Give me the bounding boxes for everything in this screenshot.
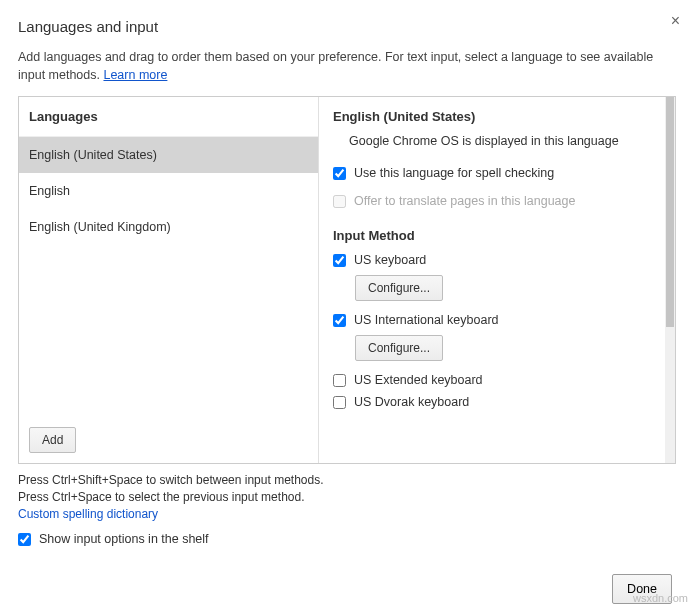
panels-container: Languages English (United States) Englis… <box>18 96 676 464</box>
footer-hints: Press Ctrl+Shift+Space to switch between… <box>18 472 676 522</box>
language-item-en-us[interactable]: English (United States) <box>19 137 318 173</box>
spell-check-checkbox[interactable] <box>333 167 346 180</box>
scrollbar[interactable] <box>665 97 675 463</box>
language-item-en[interactable]: English <box>19 173 318 209</box>
input-method-us-keyboard: US keyboard Configure... <box>333 253 661 301</box>
input-method-checkbox[interactable] <box>333 254 346 267</box>
languages-header: Languages <box>19 97 318 137</box>
input-method-us-ext-keyboard: US Extended keyboard <box>333 373 661 387</box>
input-method-checkbox[interactable] <box>333 374 346 387</box>
learn-more-link[interactable]: Learn more <box>103 68 167 82</box>
hint-line-1: Press Ctrl+Shift+Space to switch between… <box>18 472 676 489</box>
language-details-panel: English (United States) Google Chrome OS… <box>319 97 675 463</box>
watermark: wsxdn.com <box>633 592 688 604</box>
shelf-checkbox[interactable] <box>18 533 31 546</box>
translate-row: Offer to translate pages in this languag… <box>333 194 661 208</box>
input-method-checkbox[interactable] <box>333 314 346 327</box>
input-method-us-intl-keyboard: US International keyboard Configure... <box>333 313 661 361</box>
spell-check-row[interactable]: Use this language for spell checking <box>333 166 661 180</box>
input-method-row[interactable]: US Dvorak keyboard <box>333 395 661 409</box>
input-method-row[interactable]: US Extended keyboard <box>333 373 661 387</box>
close-icon[interactable]: × <box>671 12 680 30</box>
languages-dialog: × Languages and input Add languages and … <box>0 0 694 606</box>
input-method-header: Input Method <box>333 228 661 243</box>
configure-button[interactable]: Configure... <box>355 335 443 361</box>
language-item-en-uk[interactable]: English (United Kingdom) <box>19 209 318 245</box>
add-language-button[interactable]: Add <box>29 427 76 453</box>
translate-label: Offer to translate pages in this languag… <box>354 194 575 208</box>
display-language-info: Google Chrome OS is displayed in this la… <box>333 134 661 148</box>
custom-dictionary-link[interactable]: Custom spelling dictionary <box>18 507 158 521</box>
scrollbar-thumb[interactable] <box>666 97 674 327</box>
input-method-checkbox[interactable] <box>333 396 346 409</box>
input-method-row[interactable]: US keyboard <box>333 253 661 267</box>
spell-check-label: Use this language for spell checking <box>354 166 554 180</box>
selected-language-header: English (United States) <box>333 109 661 124</box>
shelf-option-row[interactable]: Show input options in the shelf <box>18 532 676 546</box>
input-method-name: US International keyboard <box>354 313 499 327</box>
languages-list-panel: Languages English (United States) Englis… <box>19 97 319 463</box>
dialog-description: Add languages and drag to order them bas… <box>18 49 676 84</box>
input-method-name: US Dvorak keyboard <box>354 395 469 409</box>
translate-checkbox <box>333 195 346 208</box>
shelf-label: Show input options in the shelf <box>39 532 209 546</box>
input-method-us-dvorak-keyboard: US Dvorak keyboard <box>333 395 661 409</box>
input-method-name: US Extended keyboard <box>354 373 483 387</box>
hint-line-2: Press Ctrl+Space to select the previous … <box>18 489 676 506</box>
input-method-section: Input Method US keyboard Configure... US… <box>333 228 661 409</box>
input-method-row[interactable]: US International keyboard <box>333 313 661 327</box>
configure-button[interactable]: Configure... <box>355 275 443 301</box>
input-method-name: US keyboard <box>354 253 426 267</box>
dialog-title: Languages and input <box>18 18 676 35</box>
